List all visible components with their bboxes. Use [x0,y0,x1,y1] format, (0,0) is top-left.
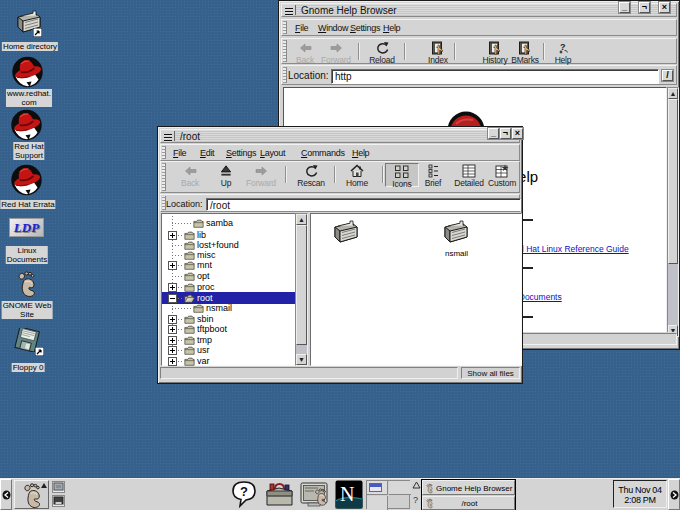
svg-text:?: ? [240,484,248,499]
svg-text:N: N [340,483,354,505]
